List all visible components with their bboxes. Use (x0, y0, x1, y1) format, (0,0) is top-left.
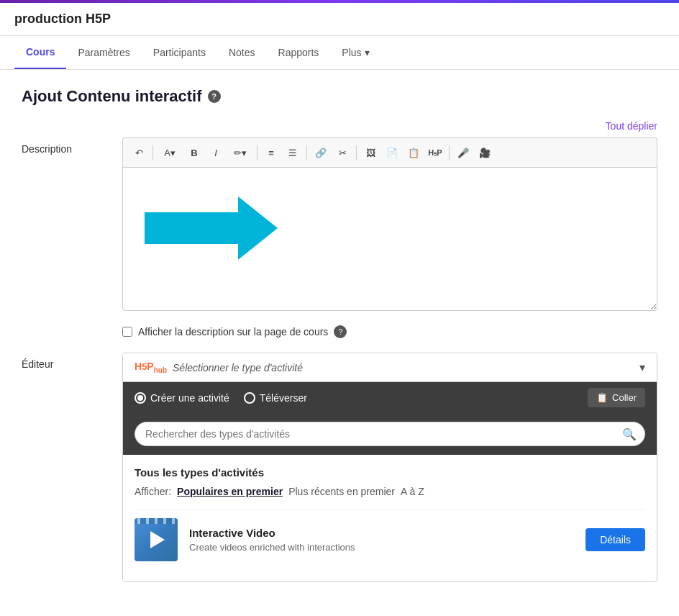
h5p-btn[interactable]: H₅P (425, 142, 445, 163)
nav-rapports[interactable]: Rapports (267, 37, 331, 68)
radio-televerser-outer (244, 392, 255, 404)
site-title: production H5P (14, 12, 665, 27)
sep2 (257, 145, 258, 160)
h5p-panel: H5Phub Sélectionner le type d'activité ▾… (122, 353, 657, 582)
nav-cours[interactable]: Cours (14, 36, 66, 69)
description-row: Description ↶ A▾ B I ✏▾ ≡ ☰ 🔗 ✂ 🖼 📄 📋 H₅… (22, 137, 657, 311)
show-description-label: Afficher la description sur la page de c… (138, 326, 328, 338)
main-nav: Cours Paramètres Participants Notes Rapp… (0, 36, 679, 70)
radio-creer-outer (135, 392, 146, 404)
nav-parametres[interactable]: Paramètres (66, 37, 141, 68)
page-title-row: Ajout Contenu interactif ? (22, 87, 657, 106)
radio-creer-inner (137, 395, 143, 401)
description-textarea[interactable] (122, 167, 657, 311)
header: production H5P (0, 3, 679, 36)
ul-btn[interactable]: ≡ (261, 142, 281, 163)
sep4 (356, 145, 357, 160)
bold-btn[interactable]: B (184, 142, 204, 163)
font-color-btn[interactable]: A▾ (157, 142, 183, 163)
activity-thumbnail (135, 518, 178, 561)
tab-televerser[interactable]: Téléverser (244, 392, 307, 404)
details-button[interactable]: Détails (585, 528, 645, 551)
arrow-body (145, 212, 238, 244)
arrow-head (238, 196, 278, 260)
pen-btn[interactable]: ✏▾ (227, 142, 253, 163)
link-btn[interactable]: 🔗 (311, 142, 331, 163)
editeur-row: Éditeur H5Phub Sélectionner le type d'ac… (22, 353, 657, 582)
clipboard-btn[interactable]: 📋 (404, 142, 424, 163)
checkbox-row: Afficher la description sur la page de c… (122, 325, 657, 338)
show-description-checkbox[interactable] (122, 327, 132, 337)
doc-btn[interactable]: 📄 (382, 142, 402, 163)
chevron-down-icon: ▾ (639, 361, 645, 374)
coller-button[interactable]: 📋 Coller (588, 388, 645, 407)
checkbox-help-icon[interactable]: ? (334, 325, 347, 338)
all-types-title: Tous les types d'activités (135, 466, 645, 479)
description-editor: ↶ A▾ B I ✏▾ ≡ ☰ 🔗 ✂ 🖼 📄 📋 H₅P 🎤 🎥 (122, 137, 657, 311)
main-content: Ajout Contenu interactif ? Tout déplier … (0, 70, 679, 599)
clipboard-icon: 📋 (596, 392, 608, 403)
activity-description: Create videos enriched with interactions (189, 542, 574, 553)
h5p-tabs-left: Créer une activité Téléverser (135, 392, 307, 404)
activity-thumb-inner (135, 518, 178, 561)
video-btn[interactable]: 🎥 (475, 142, 495, 163)
tout-deplier[interactable]: Tout déplier (22, 120, 657, 132)
mic-btn[interactable]: 🎤 (453, 142, 473, 163)
sort-recent-link[interactable]: Plus récents en premier (288, 486, 395, 497)
help-icon[interactable]: ? (208, 90, 221, 103)
search-input[interactable] (135, 422, 645, 446)
sort-az-link[interactable]: A à Z (401, 486, 424, 497)
sort-popular-link[interactable]: Populaires en premier (177, 486, 283, 497)
sep1 (152, 145, 153, 160)
nav-participants[interactable]: Participants (142, 37, 217, 68)
nav-notes[interactable]: Notes (217, 37, 267, 68)
chevron-down-icon: ▾ (365, 47, 370, 58)
sep3 (306, 145, 307, 160)
ol-btn[interactable]: ☰ (283, 142, 303, 163)
search-wrapper: 🔍 (135, 422, 645, 446)
activity-item: Interactive Video Create videos enriched… (135, 509, 645, 570)
description-label: Description (22, 137, 108, 311)
italic-btn[interactable]: I (206, 142, 226, 163)
unlink-btn[interactable]: ✂ (332, 142, 352, 163)
editor-toolbar: ↶ A▾ B I ✏▾ ≡ ☰ 🔗 ✂ 🖼 📄 📋 H₅P 🎤 🎥 (122, 137, 657, 167)
activity-info: Interactive Video Create videos enriched… (189, 527, 574, 553)
search-icon: 🔍 (622, 427, 637, 441)
editeur-label: Éditeur (22, 353, 108, 582)
h5p-tabs: Créer une activité Téléverser 📋 Coller (123, 382, 657, 413)
activity-types: Tous les types d'activités Afficher: Pop… (123, 455, 657, 581)
h5p-header-left: H5Phub Sélectionner le type d'activité (135, 361, 303, 374)
film-strip (135, 518, 178, 524)
play-icon (150, 531, 165, 548)
h5p-header[interactable]: H5Phub Sélectionner le type d'activité ▾ (123, 353, 657, 382)
tab-creer[interactable]: Créer une activité (135, 392, 229, 404)
h5p-select-text: Sélectionner le type d'activité (173, 362, 303, 373)
image-btn[interactable]: 🖼 (360, 142, 380, 163)
arrow-graphic (130, 175, 650, 281)
activity-name: Interactive Video (189, 527, 574, 539)
undo-btn[interactable]: ↶ (129, 142, 149, 163)
afficher-label: Afficher: (135, 486, 171, 497)
page-title: Ajout Contenu interactif (22, 87, 202, 106)
nav-plus[interactable]: Plus ▾ (330, 37, 380, 68)
search-row: 🔍 (123, 413, 657, 455)
h5p-logo: H5Phub (135, 361, 167, 374)
sep5 (449, 145, 450, 160)
afficher-row: Afficher: Populaires en premier Plus réc… (135, 486, 645, 497)
